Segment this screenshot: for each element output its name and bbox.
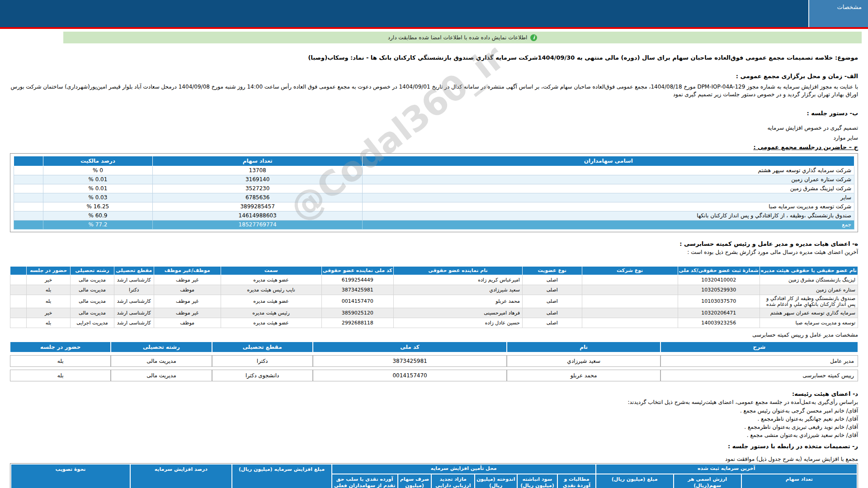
col-cash-waiver: آورده نقدی با سلب حق تقدم از سهامداران ف…	[332, 474, 398, 488]
col-retained-earnings: سود انباشته (میلیون ریال)	[517, 474, 558, 488]
share-count: 3899285457	[152, 202, 363, 211]
col-nominal-value: ارزش اسمی هر سهم(ریال)	[674, 474, 741, 488]
board-row: سرمایه گذاري توسعه عمران سپهر هشتم 10320…	[10, 308, 858, 318]
shareholder-name: شرکت توسعه و مدیریت سرمایه صبا	[363, 202, 854, 211]
member-name: لیزینگ بازنشستگان مشرق زمین	[760, 275, 858, 285]
member-name: صندوق بازنشستگي وظیفه از کار افتادگي و پ…	[760, 295, 858, 308]
study-field: مدیریت اجرایی	[71, 318, 114, 328]
shareholder-name: شرکت سرمایه گذاري توسعه سپهر هشتم	[363, 166, 854, 175]
board-row: ستاره عمران زمین 10320529930 اصلی سعید ش…	[10, 285, 858, 295]
study-field: مدیریت مالی	[111, 370, 212, 381]
total-shares: 18527769774	[152, 220, 363, 229]
col-duty: موظف/غیر موظف	[154, 266, 221, 275]
section-r-title: ر- تصمیمات متخذه در رابطه با دستور جلسه …	[10, 443, 858, 450]
col-degree: مقطع تحصیلی	[212, 342, 313, 352]
section-d-title: د- اعضای هیئت رئیسه:	[10, 390, 858, 397]
registration-number: 10103037570	[678, 295, 760, 308]
position: عضو هیئت مدیره	[221, 275, 321, 285]
blank-cell	[14, 175, 43, 184]
study-field: مدیریت مالی	[71, 285, 114, 295]
presiding-board-list: آقای/ خانم امیر محسن گرجی به‌عنوان رئیس …	[10, 407, 858, 439]
company-type	[582, 318, 678, 328]
study-field: مدیریت مالی	[111, 355, 212, 367]
col-description: شرح	[660, 342, 858, 352]
section-d-subtitle: براساس رأی‌گیری به‌عمل‌آمده در جلسة مجمع…	[10, 399, 858, 405]
section-c-title: ج – حاضرین درجلسه مجمع عمومی :	[10, 144, 858, 150]
tab-specifications[interactable]: مشخصات	[808, 0, 868, 27]
top-header-bar: مشخصات	[0, 0, 868, 27]
role-description: رییس کمیته حسابرسی	[660, 370, 858, 381]
representative-name: امیرعباس کریم زاده	[393, 275, 522, 285]
shareholder-name: شرکت ستاره عمران زمین	[363, 175, 854, 184]
board-members-table: نام عضو حقیقی یا حقوقی هیئت مدیره شمارهٔ…	[10, 266, 858, 328]
national-code: 3873425981	[313, 355, 507, 367]
section-e-title: ه- اعضای هیات مدیره و مدیر عامل و رئیس ک…	[10, 240, 858, 247]
agenda-item: تصمیم گیری در خصوص افزایش سرمایه	[10, 125, 858, 131]
document-body: موضوع: خلاصه تصمیمات مجمع عمومی فوق‌العا…	[0, 54, 868, 488]
table-header-row: نام عضو حقیقی یا حقوقی هیئت مدیره شمارهٔ…	[10, 266, 858, 275]
ownership-pct: % 0.01	[43, 175, 153, 184]
table-header-row: شرح نام کد ملی مقطع تحصیلی رشته تحصیلی ح…	[10, 342, 858, 352]
company-type	[582, 275, 678, 285]
col-share-count: تعداد سهام	[741, 474, 857, 488]
duty-status: غیر موظف	[154, 275, 221, 285]
degree: کارشناسی ارشد	[114, 318, 154, 328]
blank-cell	[14, 184, 43, 193]
study-field: مدیریت مالی	[71, 295, 114, 308]
member-name: سرمایه گذاري توسعه عمران سپهر هشتم	[760, 308, 858, 318]
table-row: شرکت توسعه و مدیریت سرمایه صبا 389928545…	[14, 202, 854, 211]
shareholder-name: شرکت لیزینگ مشرق زمین	[363, 184, 854, 193]
ceo-audit-table: شرح نام کد ملی مقطع تحصیلی رشته تحصیلی ح…	[10, 339, 858, 384]
col-reserves: اندوخته (میلیون ریال)	[475, 474, 517, 488]
presiding-member: آقای/ خانم نوید رفیعی تبریزی به‌عنوان نا…	[10, 423, 858, 431]
person-name: محمد عربلو	[507, 370, 660, 381]
ceo-audit-caption: مشخصات مدیر عامل و رییس کمیته حسابرسی	[10, 332, 858, 338]
company-type	[582, 308, 678, 318]
registration-number: 14003923256	[678, 318, 760, 328]
presence: خیر	[27, 275, 71, 285]
col-name: نام	[507, 342, 660, 352]
blank-cell	[10, 275, 27, 285]
group-funding-source: محل تأمین افزایش سرمایه	[332, 464, 596, 474]
col-registration-number: شمارهٔ ثبت عضو حقوقی/کد ملی	[678, 266, 760, 275]
degree: کارشناسی ارشد	[114, 308, 154, 318]
degree: دانشجوی دکترا	[212, 370, 313, 381]
col-degree: مقطع تحصیلی	[114, 266, 154, 275]
shareholder-name: سایر	[363, 193, 854, 202]
membership-type: اصلی	[522, 318, 582, 328]
membership-type: اصلی	[522, 295, 582, 308]
col-revaluation-surplus: مازاد تجدید ارزیابی دارایی ها	[431, 474, 474, 488]
col-ownership-pct: درصد مالکیت	[43, 156, 153, 166]
subject-line: موضوع: خلاصه تصمیمات مجمع عمومی فوق‌العا…	[10, 54, 858, 61]
share-count: 6785636	[152, 193, 363, 202]
position: رئیس هیئت مدیره	[221, 308, 321, 318]
presiding-member: آقای/ خانم امیر محسن گرجی به‌عنوان رئیس …	[10, 407, 858, 414]
col-shareholder-names: اسامی سهامداران	[363, 156, 854, 166]
ownership-pct: % 16.25	[43, 202, 153, 211]
board-row: لیزینگ بازنشستگان مشرق زمین 10320410002 …	[10, 275, 858, 285]
group-header-row: آخرین سرمایه ثبت شده محل تأمین افزایش سر…	[11, 464, 857, 474]
table-row: شرکت لیزینگ مشرق زمین 3527230 % 0.01	[14, 184, 854, 193]
capital-increase-table-box: آخرین سرمایه ثبت شده محل تأمین افزایش سر…	[10, 463, 858, 488]
board-row: صندوق بازنشستگي وظیفه از کار افتادگي و پ…	[10, 295, 858, 308]
col-member-name: نام عضو حقیقی یا حقوقی هیئت مدیره	[760, 266, 858, 275]
col-field: رشته تحصیلی	[111, 342, 212, 352]
duty-status: غیر موظف	[154, 295, 221, 308]
presence: بله	[10, 355, 111, 367]
position: نایب رئیس هیئت مدیره	[221, 285, 321, 295]
board-row: توسعه و مدیریت سرمایه صبا 14003923256 اص…	[10, 318, 858, 328]
presence: بله	[27, 318, 71, 328]
audit-chief-row: رییس کمیته حسابرسی محمد عربلو 0014157470…	[10, 370, 858, 381]
blank-cell	[14, 193, 43, 202]
representative-name: حسین عادل زاده	[393, 318, 522, 328]
company-type	[582, 285, 678, 295]
capital-increase-table: آخرین سرمایه ثبت شده محل تأمین افزایش سر…	[10, 464, 858, 488]
study-field: مدیریت مالی	[71, 308, 114, 318]
blank-cell	[14, 166, 43, 175]
total-label: جمع	[363, 220, 854, 229]
membership-type: اصلی	[522, 275, 582, 285]
col-national-code: کد ملی	[313, 342, 507, 352]
group-registered-capital: آخرین سرمایه ثبت شده	[596, 464, 857, 474]
duty-status: غیر موظف	[154, 308, 221, 318]
membership-type: اصلی	[522, 308, 582, 318]
